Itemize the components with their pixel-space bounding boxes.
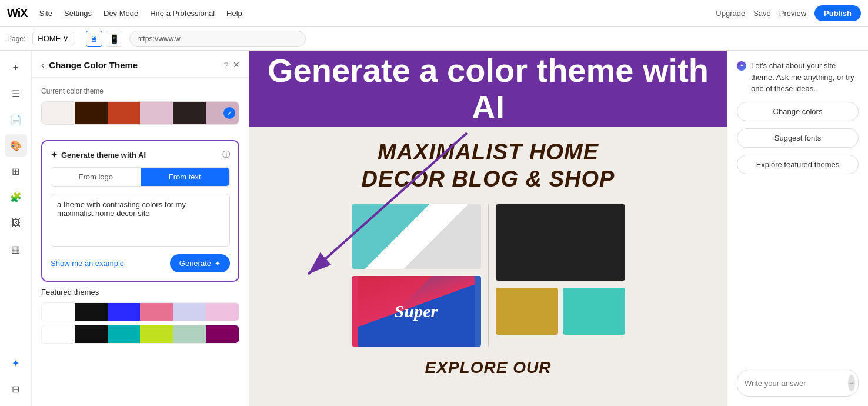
desktop-device-icon[interactable]: 🖥 [86, 31, 102, 47]
featured-themes-section: Featured themes [32, 288, 249, 353]
ai-text-input[interactable]: a theme with contrasting colors for my m… [51, 194, 230, 247]
sidebar-icon-theme[interactable]: 🎨 [5, 134, 27, 157]
theme-1-swatch-2 [108, 303, 141, 321]
swatch-2 [108, 102, 141, 124]
sidebar-bottom: ✦ ⊟ [5, 352, 27, 400]
tab-from-logo[interactable]: From logo [51, 168, 141, 186]
collage-img-dark [496, 204, 625, 281]
theme-row-2[interactable] [41, 325, 239, 344]
icon-sidebar: + ☰ 📄 🎨 ⊞ 🧩 🖼 ▦ ✦ ⊟ [0, 51, 32, 406]
site-title: MAXIMALIST HOME DECOR BLOG & SHOP [249, 139, 727, 192]
current-theme-swatches[interactable]: ✓ [41, 101, 239, 125]
theme-2-swatch-1 [75, 325, 108, 343]
sidebar-icon-layers-bottom[interactable]: ⊟ [5, 378, 27, 400]
url-bar: https://www.w [129, 31, 306, 47]
purple-banner: Generate a color theme with AI [249, 51, 727, 127]
save-button[interactable]: Save [753, 9, 771, 18]
top-navbar: WiX Site Settings Dev Mode Hire a Profes… [0, 0, 868, 27]
generate-label: Generate [179, 259, 211, 268]
explore-themes-button[interactable]: Explore featured themes [737, 155, 859, 174]
send-icon: → [848, 379, 855, 387]
featured-label: Featured themes [41, 288, 239, 297]
site-title-line1: MAXIMALIST HOME [249, 139, 727, 166]
sidebar-icon-add[interactable]: + [5, 56, 27, 79]
chevron-down-icon: ∨ [63, 34, 69, 43]
page-name: HOME [38, 34, 61, 43]
collage-img-gold [496, 288, 558, 335]
upgrade-button[interactable]: Upgrade [716, 9, 745, 18]
collage-col-1: Super [352, 204, 481, 347]
panel-title: Change Color Theme [49, 60, 219, 70]
page-select[interactable]: HOME ∨ [32, 32, 74, 45]
theme-row-1[interactable] [41, 302, 239, 321]
sidebar-icon-pages[interactable]: 📄 [5, 108, 27, 131]
page-bar: Page: HOME ∨ 🖥 📱 https://www.w [0, 27, 868, 51]
panel-header: ‹ Change Color Theme ? × [32, 51, 249, 78]
change-colors-button[interactable]: Change colors [737, 102, 859, 121]
right-panel-spacer [737, 181, 859, 363]
panel-close-button[interactable]: × [233, 59, 239, 71]
publish-button[interactable]: Publish [814, 5, 861, 21]
nav-hire[interactable]: Hire a Professional [150, 9, 215, 18]
ai-info-icon[interactable]: ⓘ [222, 149, 230, 160]
suggest-fonts-button[interactable]: Suggest fonts [737, 128, 859, 148]
theme-1-swatch-5 [206, 303, 239, 321]
generate-button[interactable]: Generate ✦ [170, 254, 230, 272]
answer-input-row: → [737, 370, 859, 397]
sidebar-icon-widgets[interactable]: 🧩 [5, 186, 27, 208]
theme-2-swatch-2 [108, 325, 141, 343]
mobile-device-icon[interactable]: 📱 [106, 31, 122, 47]
preview-button[interactable]: Preview [779, 9, 806, 18]
nav-items: Site Settings Dev Mode Hire a Profession… [39, 9, 242, 18]
swatch-check-icon: ✓ [223, 107, 235, 119]
panel-back-button[interactable]: ‹ [41, 60, 44, 71]
answer-send-button[interactable]: → [848, 375, 855, 391]
sidebar-icon-media[interactable]: 🖼 [5, 212, 27, 234]
banner-text: Generate a color theme with AI [249, 52, 727, 125]
theme-1-swatch-3 [140, 303, 173, 321]
swatch-4 [173, 102, 206, 124]
ai-section-title-text: Generate theme with AI [61, 151, 146, 159]
site-content: MAXIMALIST HOME DECOR BLOG & SHOP [249, 127, 727, 406]
panel-help-icon[interactable]: ? [223, 60, 228, 70]
page-label: Page: [7, 35, 25, 43]
nav-devmode[interactable]: Dev Mode [104, 9, 138, 18]
right-ai-panel: ✦ Let's chat about your site theme. Ask … [727, 51, 868, 406]
sidebar-icon-layers[interactable]: ☰ [5, 82, 27, 105]
nav-help[interactable]: Help [226, 9, 242, 18]
sidebar-icon-data[interactable]: ▦ [5, 238, 27, 260]
nav-settings[interactable]: Settings [64, 9, 92, 18]
sparkle-icon: ✦ [51, 150, 58, 159]
ai-footer: Show me an example Generate ✦ [51, 254, 230, 272]
ai-tab-row: From logo From text [51, 167, 230, 187]
collage-img-teal [352, 204, 481, 269]
theme-2-swatch-3 [140, 325, 173, 343]
ai-dot-icon: ✦ [737, 61, 746, 71]
panel: ‹ Change Color Theme ? × Current color t… [32, 51, 249, 406]
theme-2-swatch-0 [42, 325, 75, 343]
sidebar-icon-ai[interactable]: ✦ [5, 352, 27, 374]
swatch-3 [140, 102, 173, 124]
tab-from-text[interactable]: From text [141, 168, 230, 186]
show-example-link[interactable]: Show me an example [51, 259, 124, 268]
site-title-line2: DECOR BLOG & SHOP [249, 166, 727, 193]
swatch-1 [75, 102, 108, 124]
answer-input[interactable] [745, 379, 843, 388]
site-divider [488, 204, 489, 347]
current-theme-section: Current color theme ✓ [32, 78, 249, 134]
theme-2-swatch-4 [173, 325, 206, 343]
site-inner: MAXIMALIST HOME DECOR BLOG & SHOP [249, 139, 727, 377]
right-panel-intro-text: Let's chat about your site theme. Ask me… [751, 60, 859, 95]
ai-section-title: ✦ Generate theme with AI ⓘ [51, 149, 230, 160]
wix-logo: WiX [7, 6, 28, 20]
nav-site[interactable]: Site [39, 9, 52, 18]
explore-label: EXPLORE OUR [249, 358, 727, 377]
collage-img-teal2 [563, 288, 625, 335]
collage-bottom-row [496, 288, 625, 335]
theme-2-swatch-5 [206, 325, 239, 343]
generate-sparkle-icon: ✦ [215, 259, 221, 268]
theme-1-swatch-1 [75, 303, 108, 321]
sidebar-icon-apps[interactable]: ⊞ [5, 160, 27, 182]
swatch-0 [42, 102, 75, 124]
current-theme-label: Current color theme [41, 87, 239, 95]
